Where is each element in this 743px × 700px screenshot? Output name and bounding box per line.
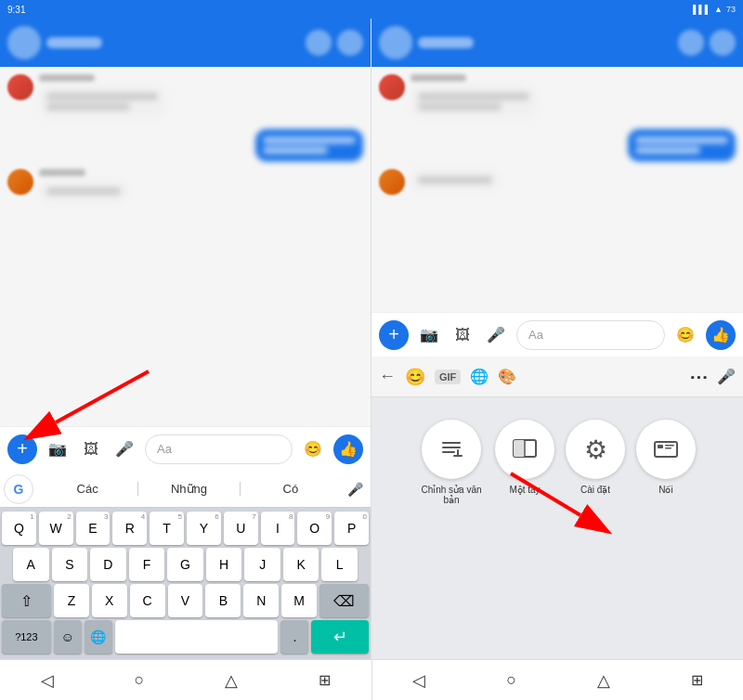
- kb-gif-button[interactable]: GIF: [435, 369, 461, 384]
- key-S[interactable]: S: [52, 548, 88, 581]
- google-logo: G: [4, 474, 33, 504]
- key-shift[interactable]: ⇧: [2, 584, 51, 617]
- svg-rect-2: [442, 451, 455, 453]
- key-D[interactable]: D: [90, 548, 126, 581]
- text-input-left[interactable]: Aa: [145, 434, 293, 464]
- key-N[interactable]: N: [243, 584, 279, 617]
- like-button-right[interactable]: 👍: [706, 320, 736, 350]
- suggestion-1[interactable]: Các: [37, 482, 138, 496]
- suggestions-bar: G Các Những Có 🎤: [0, 471, 371, 508]
- nav-keyboard-left[interactable]: ⊞: [319, 671, 331, 689]
- key-Z[interactable]: Z: [54, 584, 89, 617]
- kb-palette-icon[interactable]: 🎨: [498, 368, 516, 385]
- key-A[interactable]: A: [13, 548, 49, 581]
- key-space[interactable]: [115, 620, 279, 654]
- key-backspace[interactable]: ⌫: [319, 584, 369, 617]
- kb-mic-icon[interactable]: 🎤: [345, 478, 367, 500]
- kb-mic-right[interactable]: 🎤: [717, 368, 736, 385]
- key-C[interactable]: C: [130, 584, 165, 617]
- nav-back-left[interactable]: ◁: [41, 670, 54, 691]
- header-thumb-1: [306, 30, 332, 56]
- key-I[interactable]: 8I: [261, 512, 295, 545]
- text-input-right[interactable]: Aa: [516, 320, 665, 350]
- key-K[interactable]: K: [283, 548, 319, 581]
- add-button[interactable]: +: [7, 434, 37, 464]
- image-button-right[interactable]: 🖼: [450, 322, 476, 348]
- nav-home-left[interactable]: ○: [135, 670, 145, 690]
- suggestion-3[interactable]: Có: [241, 482, 341, 496]
- nav-home-right[interactable]: ○: [506, 670, 516, 690]
- key-G[interactable]: G: [167, 548, 203, 581]
- suggestion-2[interactable]: Những: [138, 482, 240, 496]
- nav-left: ◁ ○ △ ⊞: [0, 660, 372, 700]
- image-button[interactable]: 🖼: [78, 436, 104, 462]
- key-period[interactable]: .: [280, 620, 308, 654]
- kb-emoji-icon[interactable]: 😊: [405, 367, 425, 387]
- header-thumb-2: [337, 30, 363, 56]
- chat-msg-r1: [379, 74, 736, 122]
- key-L[interactable]: L: [321, 548, 358, 581]
- chat-area-left: [0, 67, 371, 426]
- key-M[interactable]: M: [281, 584, 317, 617]
- key-B[interactable]: B: [205, 584, 241, 617]
- key-H[interactable]: H: [206, 548, 242, 581]
- key-E[interactable]: 3E: [76, 512, 111, 545]
- key-Q[interactable]: 1Q: [2, 512, 36, 545]
- key-J[interactable]: J: [244, 548, 280, 581]
- nav-recent-left[interactable]: △: [225, 670, 238, 691]
- nav-recent-right[interactable]: △: [597, 670, 610, 691]
- key-W[interactable]: 2W: [39, 512, 73, 545]
- key-P[interactable]: 0P: [334, 512, 369, 545]
- like-button[interactable]: 👍: [333, 434, 363, 464]
- kb-back-button[interactable]: ←: [379, 367, 396, 386]
- svg-rect-9: [658, 445, 663, 448]
- nav-right: ◁ ○ △ ⊞: [372, 660, 743, 700]
- keyboard-row-2: A S D F G H J K L: [2, 548, 369, 581]
- svg-rect-6: [514, 440, 525, 457]
- key-O[interactable]: 9O: [297, 512, 332, 545]
- camera-button[interactable]: 📷: [45, 436, 71, 462]
- header-avatar-right: [379, 26, 412, 59]
- tool-one-hand-icon: [495, 420, 554, 479]
- svg-rect-4: [453, 455, 463, 457]
- tool-edit-text-icon: [422, 420, 481, 479]
- tool-one-hand[interactable]: Một tay: [495, 420, 554, 505]
- kb-translate-icon[interactable]: 🌐: [470, 368, 489, 385]
- key-enter[interactable]: ↵: [311, 620, 369, 654]
- nav-keyboard-right[interactable]: ⊞: [691, 671, 703, 689]
- key-Y[interactable]: 6Y: [187, 512, 221, 545]
- key-comma[interactable]: ☺: [54, 620, 82, 654]
- mic-button-right[interactable]: 🎤: [483, 322, 509, 348]
- tool-connect-label: Nối: [658, 485, 672, 495]
- chat-message-3: [7, 169, 363, 206]
- tool-settings[interactable]: ⚙ Cài đặt: [566, 420, 625, 505]
- status-right: ▌▌▌ ▲ 73: [693, 5, 736, 14]
- tool-connect[interactable]: Nối: [636, 420, 696, 505]
- msg-content-3: [39, 169, 363, 206]
- key-F[interactable]: F: [129, 548, 165, 581]
- key-X[interactable]: X: [92, 584, 127, 617]
- nav-back-right[interactable]: ◁: [412, 670, 425, 691]
- mic-button[interactable]: 🎤: [111, 436, 137, 462]
- svg-rect-10: [665, 445, 674, 447]
- emoji-button-right[interactable]: 😊: [672, 322, 698, 348]
- input-bar-left: + 📷 🖼 🎤 Aa 😊 👍: [0, 426, 371, 471]
- kb-more-button[interactable]: ⋯: [689, 366, 708, 388]
- key-U[interactable]: 7U: [224, 512, 258, 545]
- key-R[interactable]: 4R: [112, 512, 147, 545]
- add-button-right[interactable]: +: [379, 320, 409, 350]
- msg-avatar-r1: [379, 74, 405, 100]
- tool-edit-text[interactable]: Chỉnh sửa văn bản: [419, 420, 484, 505]
- msg-content-1: [39, 74, 363, 122]
- camera-button-right[interactable]: 📷: [416, 322, 442, 348]
- msg-content-sent: [255, 129, 363, 162]
- gboard-tools-panel: Chỉnh sửa văn bản Một tay ⚙ Cài đặt: [372, 397, 743, 659]
- svg-rect-11: [665, 447, 671, 449]
- emoji-button[interactable]: 😊: [300, 436, 326, 462]
- key-globe[interactable]: 🌐: [85, 620, 112, 654]
- wifi-icon: ▲: [714, 5, 723, 14]
- key-V[interactable]: V: [168, 584, 203, 617]
- key-sym[interactable]: ?123: [2, 620, 51, 654]
- key-T[interactable]: 5T: [150, 512, 184, 545]
- keyboard-row-bottom: ?123 ☺ 🌐 . ↵: [2, 620, 369, 657]
